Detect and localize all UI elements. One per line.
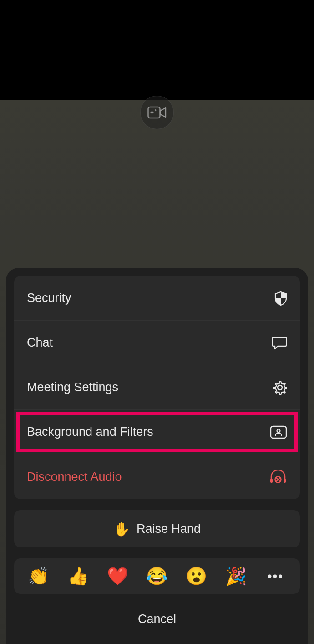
menu-item-meeting-settings[interactable]: Meeting Settings bbox=[14, 365, 300, 410]
camera-sparkle-icon bbox=[147, 105, 167, 120]
cancel-label: Cancel bbox=[138, 612, 176, 626]
cancel-button[interactable]: Cancel bbox=[14, 603, 300, 635]
reaction-clap[interactable]: 👏 bbox=[25, 567, 51, 585]
svg-point-3 bbox=[277, 429, 280, 432]
reaction-heart[interactable]: ❤️ bbox=[105, 567, 130, 585]
reactions-bar: 👏 👍 ❤️ 😂 😮 🎉 ••• bbox=[14, 558, 300, 594]
menu-item-chat[interactable]: Chat bbox=[14, 321, 300, 365]
svg-rect-5 bbox=[284, 479, 286, 483]
menu-item-security[interactable]: Security bbox=[14, 276, 300, 321]
menu-item-disconnect-audio[interactable]: Disconnect Audio bbox=[14, 455, 300, 499]
screen: Security Chat Meeting bbox=[0, 0, 314, 644]
gear-icon bbox=[273, 380, 287, 395]
chat-icon bbox=[272, 336, 287, 350]
svg-rect-0 bbox=[148, 107, 160, 118]
reaction-joy[interactable]: 😂 bbox=[144, 567, 170, 585]
reaction-thumbs-up[interactable]: 👍 bbox=[65, 567, 91, 585]
raise-hand-button[interactable]: ✋ Raise Hand bbox=[14, 510, 300, 547]
menu-label: Disconnect Audio bbox=[27, 470, 122, 484]
menu-label: Meeting Settings bbox=[27, 380, 118, 394]
reaction-open-mouth[interactable]: 😮 bbox=[184, 567, 209, 585]
menu-list: Security Chat Meeting bbox=[14, 276, 300, 499]
menu-label: Background and Filters bbox=[27, 425, 153, 439]
shield-icon bbox=[274, 291, 287, 306]
reaction-tada[interactable]: 🎉 bbox=[223, 567, 249, 585]
menu-item-background-filters[interactable]: Background and Filters bbox=[14, 410, 300, 455]
svg-point-1 bbox=[278, 385, 282, 390]
raise-hand-label: Raise Hand bbox=[137, 522, 201, 536]
background-person-icon bbox=[270, 425, 287, 439]
svg-rect-4 bbox=[270, 479, 273, 483]
top-black-bar bbox=[0, 0, 314, 100]
raise-hand-emoji: ✋ bbox=[113, 521, 130, 537]
menu-label: Chat bbox=[27, 336, 53, 350]
headphones-x-icon bbox=[269, 470, 287, 484]
camera-effects-button[interactable] bbox=[140, 96, 174, 129]
reactions-more-button[interactable]: ••• bbox=[263, 569, 288, 583]
menu-label: Security bbox=[27, 291, 71, 305]
bottom-sheet: Security Chat Meeting bbox=[6, 268, 308, 644]
